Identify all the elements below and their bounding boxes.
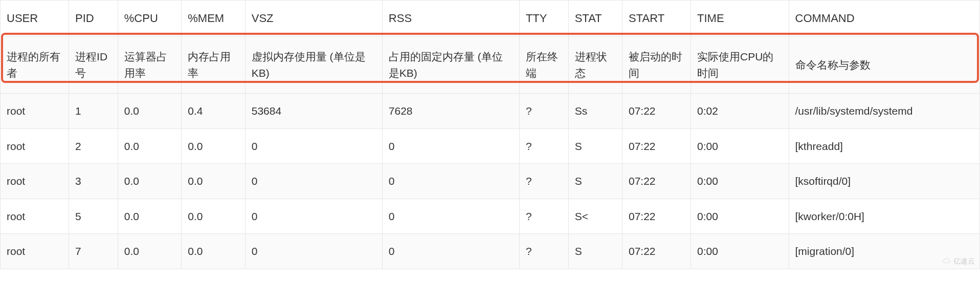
col-header-start: START [622, 1, 691, 36]
table-header-row: USER PID %CPU %MEM VSZ RSS TTY STAT STAR… [1, 1, 980, 36]
col-desc-user: 进程的所有者 [1, 36, 69, 94]
cell-stat: Ss [568, 94, 622, 129]
cell-start: 07:22 [622, 94, 691, 129]
cell-rss: 0 [382, 199, 519, 234]
col-header-tty: TTY [519, 1, 568, 36]
cell-pid: 2 [69, 128, 118, 164]
cell-stat: S [568, 164, 622, 199]
process-table-wrapper: USER PID %CPU %MEM VSZ RSS TTY STAT STAR… [0, 0, 980, 269]
cell-stat: S [568, 128, 622, 164]
cell-rss: 7628 [382, 94, 519, 129]
col-desc-stat: 进程状态 [568, 36, 622, 94]
cell-time: 0:00 [691, 164, 789, 199]
cell-time: 0:00 [691, 234, 789, 269]
col-header-mem: %MEM [182, 1, 245, 36]
cell-vsz: 0 [245, 164, 382, 199]
cell-time: 0:02 [691, 94, 789, 129]
cell-start: 07:22 [622, 128, 691, 164]
col-desc-time: 实际使用CPU的时间 [691, 36, 789, 94]
cell-vsz: 0 [245, 199, 382, 234]
cell-command: /usr/lib/systemd/systemd [789, 94, 979, 129]
cell-user: root [1, 94, 69, 129]
col-header-command: COMMAND [789, 1, 979, 36]
table-description-row: 进程的所有者 进程ID号 运算器占用率 内存占用率 虚拟内存使用量 (单位是KB… [1, 36, 980, 94]
col-header-stat: STAT [568, 1, 622, 36]
cell-time: 0:00 [691, 128, 789, 164]
cell-stat: S [568, 234, 622, 269]
cell-rss: 0 [382, 234, 519, 269]
cell-pid: 3 [69, 164, 118, 199]
col-desc-cpu: 运算器占用率 [118, 36, 181, 94]
col-header-time: TIME [691, 1, 789, 36]
cell-tty: ? [519, 199, 568, 234]
table-row: root 3 0.0 0.0 0 0 ? S 07:22 0:00 [ksoft… [1, 164, 980, 199]
col-desc-vsz: 虚拟内存使用量 (单位是KB) [245, 36, 382, 94]
table-row: root 2 0.0 0.0 0 0 ? S 07:22 0:00 [kthre… [1, 128, 980, 164]
col-desc-command: 命令名称与参数 [789, 36, 979, 94]
cell-pid: 5 [69, 199, 118, 234]
cell-stat: S< [568, 199, 622, 234]
cell-user: root [1, 164, 69, 199]
process-table: USER PID %CPU %MEM VSZ RSS TTY STAT STAR… [0, 0, 980, 269]
cell-command: [ksoftirqd/0] [789, 164, 979, 199]
col-header-user: USER [1, 1, 69, 36]
table-row: root 1 0.0 0.4 53684 7628 ? Ss 07:22 0:0… [1, 94, 980, 129]
col-desc-start: 被启动的时间 [622, 36, 691, 94]
table-row: root 5 0.0 0.0 0 0 ? S< 07:22 0:00 [kwor… [1, 199, 980, 234]
cell-tty: ? [519, 164, 568, 199]
cell-cpu: 0.0 [118, 94, 181, 129]
cell-pid: 1 [69, 94, 118, 129]
col-header-pid: PID [69, 1, 118, 36]
col-header-vsz: VSZ [245, 1, 382, 36]
cell-time: 0:00 [691, 199, 789, 234]
cell-user: root [1, 234, 69, 269]
cell-rss: 0 [382, 128, 519, 164]
cell-mem: 0.0 [182, 128, 245, 164]
cell-start: 07:22 [622, 199, 691, 234]
cell-mem: 0.4 [182, 94, 245, 129]
col-desc-pid: 进程ID号 [69, 36, 118, 94]
cell-mem: 0.0 [182, 164, 245, 199]
col-header-cpu: %CPU [118, 1, 181, 36]
cell-mem: 0.0 [182, 199, 245, 234]
cell-mem: 0.0 [182, 234, 245, 269]
cell-command: [migration/0] [789, 234, 979, 269]
cell-cpu: 0.0 [118, 128, 181, 164]
cell-cpu: 0.0 [118, 164, 181, 199]
cell-vsz: 53684 [245, 94, 382, 129]
cell-user: root [1, 128, 69, 164]
cell-vsz: 0 [245, 128, 382, 164]
cell-tty: ? [519, 128, 568, 164]
col-desc-rss: 占用的固定内存量 (单位是KB) [382, 36, 519, 94]
cell-tty: ? [519, 94, 568, 129]
cell-vsz: 0 [245, 234, 382, 269]
cell-cpu: 0.0 [118, 234, 181, 269]
cell-pid: 7 [69, 234, 118, 269]
col-desc-mem: 内存占用率 [182, 36, 245, 94]
col-desc-tty: 所在终端 [519, 36, 568, 94]
cell-command: [kthreadd] [789, 128, 979, 164]
cell-rss: 0 [382, 164, 519, 199]
cell-start: 07:22 [622, 164, 691, 199]
cell-start: 07:22 [622, 234, 691, 269]
table-row: root 7 0.0 0.0 0 0 ? S 07:22 0:00 [migra… [1, 234, 980, 269]
cell-user: root [1, 199, 69, 234]
cell-tty: ? [519, 234, 568, 269]
cell-command: [kworker/0:0H] [789, 199, 979, 234]
col-header-rss: RSS [382, 1, 519, 36]
cell-cpu: 0.0 [118, 199, 181, 234]
